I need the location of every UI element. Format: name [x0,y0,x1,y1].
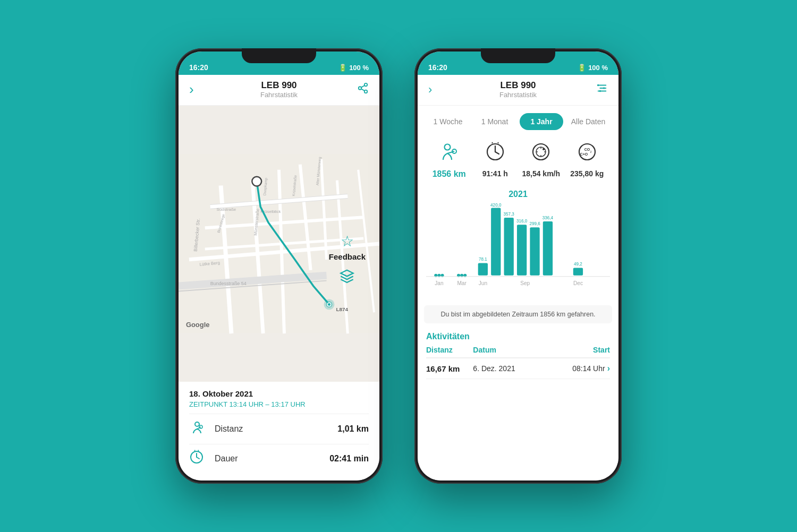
phone-1: 16:20 🔋 100 % › LEB 990 Fahrstatistik [175,48,383,484]
svg-text:Südstraße: Südstraße [217,207,236,212]
svg-line-60 [498,142,498,143]
svg-text:49,2: 49,2 [574,262,582,267]
svg-text:2: 2 [590,150,591,153]
svg-text:420,0: 420,0 [490,203,502,208]
back-button-1[interactable]: › [189,81,205,98]
svg-text:Mar: Mar [457,280,467,286]
svg-point-36 [328,303,330,306]
header-title-1: LEB 990 Fahrstatistik [205,80,353,99]
stat-duration-value: 91:41 h [482,169,508,178]
feedback-star-icon: ☆ [341,233,354,250]
tab-1-woche[interactable]: 1 Woche [426,113,470,130]
svg-text:316,0: 316,0 [516,219,528,224]
svg-point-52 [599,90,601,92]
trip-date: 18. Oktober 2021 [189,389,369,398]
svg-text:Bundesstraße 54: Bundesstraße 54 [210,281,247,286]
phone-1-battery: 🔋 100 % [338,64,369,72]
svg-text:C+O: C+O [580,152,588,156]
act-1-start: 08:14 Uhr › [552,364,610,373]
feedback-overlay[interactable]: ☆ Feedback [329,233,366,287]
phone-2-notch [481,48,555,63]
trip-details: 18. Oktober 2021 ZEITPUNKT 13:14 UHR – 1… [179,382,379,480]
act-1-distance: 16,67 km [426,364,473,373]
phone-1-notch [242,48,316,63]
activity-row-1[interactable]: 16,67 km 6. Dez. 2021 08:14 Uhr › [426,358,610,379]
trip-time: ZEITPUNKT 13:14 UHR – 13:17 UHR [189,400,369,408]
svg-text:Dec: Dec [573,280,583,286]
map-container: Billerbecker Str. Münsterstraße Duopkamp… [179,106,379,382]
act-1-date: 6. Dez. 2021 [473,364,551,373]
phone-2-battery: 🔋 100 % [578,64,608,72]
speed-stat-icon [530,141,552,165]
chart-year: 2021 [426,190,610,199]
stats-content: 1 Woche 1 Monat 1 Jahr Alle Daten [418,106,618,480]
share-button[interactable] [353,82,369,97]
svg-point-32 [252,177,261,186]
tab-1-monat[interactable]: 1 Monat [473,113,516,130]
stat-distance: 1856 km [426,141,472,179]
trip-stat-distance: Distanz 1,01 km [189,414,369,444]
battery-icon-2: 🔋 [578,64,586,72]
stat-co2: CO 2 C+O 235,80 kg [564,141,611,178]
svg-line-59 [492,142,493,143]
chart-area: Jan Mar 78.1 Jun [426,203,610,299]
svg-point-61 [533,144,549,160]
phone-2: 16:20 🔋 100 % › LEB 990 Fahrstatistik [414,48,622,484]
svg-line-45 [194,450,195,452]
tab-1-jahr[interactable]: 1 Jahr [520,113,563,130]
svg-line-44 [197,457,199,459]
stats-icons-row: 1856 km 91:41 [418,135,618,184]
col-datum: Datum [473,346,551,354]
distance-icon [189,419,210,439]
svg-point-53 [445,144,451,150]
trip-stat-duration: Dauer 02:41 min [189,444,369,473]
chart-section: 2021 Jan [418,184,618,302]
svg-text:Jun: Jun [479,280,487,286]
stat-duration: 91:41 h [472,141,519,178]
svg-rect-80 [478,263,488,275]
svg-rect-94 [573,268,583,276]
svg-text:CO: CO [584,148,590,151]
back-button-2[interactable]: › [428,83,444,97]
svg-text:L874: L874 [336,306,348,312]
filter-tabs: 1 Woche 1 Monat 1 Jahr Alle Daten [418,106,618,135]
duration-stat-icon [484,141,506,165]
activities-section: Aktivitäten Distanz Datum Start 16,67 km… [418,327,618,384]
phones-container: 16:20 🔋 100 % › LEB 990 Fahrstatistik [175,48,622,484]
svg-point-67 [542,148,545,150]
phone-1-time: 16:20 [189,63,208,72]
phone-1-inner: 16:20 🔋 100 % › LEB 990 Fahrstatistik [179,52,379,480]
activities-header: Distanz Datum Start [426,346,610,358]
svg-line-46 [198,450,199,452]
distance-value: 1,01 km [337,424,369,434]
chart-svg: Jan Mar 78.1 Jun [426,203,610,299]
chevron-right-icon: › [607,364,610,373]
svg-text:78.1: 78.1 [479,257,487,262]
battery-icon: 🔋 [338,64,347,72]
distance-label: Distanz [215,424,337,434]
svg-text:Jan: Jan [435,280,443,286]
svg-rect-90 [530,227,539,276]
svg-text:357,3: 357,3 [504,212,515,217]
svg-point-68 [579,144,595,160]
filter-button[interactable] [592,82,608,97]
svg-rect-83 [491,208,501,276]
stat-distance-value: 1856 km [433,169,466,179]
stat-speed-value: 18,54 km/h [522,169,560,178]
svg-line-3 [361,89,364,91]
svg-marker-38 [341,270,353,277]
svg-point-50 [597,84,599,86]
phone-2-inner: 16:20 🔋 100 % › LEB 990 Fahrstatistik [418,52,618,480]
header-title-2: LEB 990 Fahrstatistik [444,80,592,99]
phone-2-header: › LEB 990 Fahrstatistik [418,75,618,106]
svg-text:336,4: 336,4 [542,216,554,220]
co2-stat-icon: CO 2 C+O [576,141,598,165]
duration-icon [189,450,210,468]
info-text: Du bist im abgebildeten Zeitraum 1856 km… [424,305,612,323]
duration-value: 02:41 min [329,454,369,464]
svg-point-39 [195,422,199,426]
layers-icon[interactable] [340,269,354,287]
tab-alle-daten[interactable]: Alle Daten [566,113,610,130]
duration-label: Dauer [215,454,329,464]
distance-stat-icon [438,141,460,165]
